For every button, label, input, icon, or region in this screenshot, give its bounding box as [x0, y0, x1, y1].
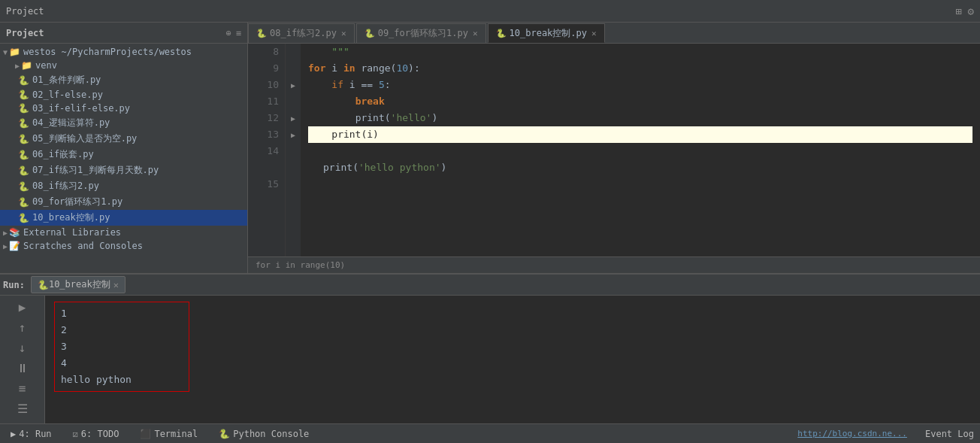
py-icon: 🐍 — [18, 118, 29, 129]
sidebar-item-label: 09_for循环练习1.py — [32, 196, 122, 208]
settings-icon[interactable]: ⚙ — [968, 5, 974, 17]
py-icon: 🐍 — [18, 75, 29, 86]
sidebar-menu-icon[interactable]: ≡ — [236, 28, 241, 38]
sidebar-item-label: 06_if嵌套.py — [32, 148, 94, 161]
run-align-button[interactable]: ≡ — [17, 380, 28, 397]
sidebar-project-label: Project — [6, 28, 44, 38]
code-line-11: break — [308, 93, 972, 110]
code-line-9: for i in range ( 10 ): — [308, 60, 972, 77]
output-box: 1 2 3 4 hello python — [54, 302, 189, 392]
sidebar-item-label: 01_条件判断.py — [32, 74, 101, 86]
title-icons: ⊞ ⚙ — [955, 5, 974, 17]
py-file-icon: 🐍 — [364, 29, 375, 38]
sidebar-item-06[interactable]: 🐍 06_if嵌套.py — [0, 147, 247, 162]
tab-10[interactable]: 🐍 10_break控制.py ✕ — [488, 23, 605, 43]
sidebar-tree: ▼ 📁 westos ~/PycharmProjects/westos ▶ 📁 … — [0, 44, 247, 273]
tab-label: 09_for循环练习1.py — [378, 27, 468, 40]
main-layout: Project ⊕ ≡ ▼ 📁 westos ~/PycharmProjects… — [0, 23, 980, 273]
extlib-icon: 📚 — [9, 227, 20, 238]
py-file-icon: 🐍 — [496, 29, 507, 38]
py-icon: 🐍 — [18, 90, 29, 100]
code-line-15: print ( 'hello python' ) — [308, 159, 972, 176]
py-icon: 🐍 — [18, 213, 29, 223]
sidebar-item-label: 10_break控制.py — [32, 211, 110, 224]
sidebar-item-westos[interactable]: ▼ 📁 westos ~/PycharmProjects/westos — [0, 45, 247, 59]
number-5: 5 — [379, 77, 385, 93]
python-console-icon: 🐍 — [219, 429, 230, 439]
sidebar-item-label: 04_逻辑运算符.py — [32, 117, 110, 129]
tab-close-icon[interactable]: ✕ — [341, 29, 346, 38]
code-line-10: if i == 5 : — [308, 77, 972, 93]
func-range: range — [361, 60, 390, 77]
output-line-hello: hello python — [61, 372, 183, 388]
sidebar-item-08[interactable]: 🐍 08_if练习2.py — [0, 178, 247, 194]
title-bar: Project ⊞ ⚙ — [0, 0, 980, 23]
sidebar-item-02[interactable]: 🐍 02_lf-else.py — [0, 88, 247, 102]
sidebar-item-label: westos ~/PycharmProjects/westos — [23, 47, 192, 57]
run-up-button[interactable]: ↑ — [17, 319, 28, 336]
sidebar-item-external-libraries[interactable]: ▶ 📚 External Libraries — [0, 226, 247, 239]
sidebar-item-07[interactable]: 🐍 07_if练习1_判断每月天数.py — [0, 162, 247, 178]
sidebar-item-venv[interactable]: ▶ 📁 venv — [0, 59, 247, 72]
new-window-icon[interactable]: ⊞ — [955, 5, 961, 17]
sidebar-item-05[interactable]: 🐍 05_判断输入是否为空.py — [0, 131, 247, 147]
output-line-4: 4 — [61, 355, 183, 372]
folder-icon: 📁 — [9, 47, 20, 57]
py-icon: 🐍 — [18, 181, 29, 192]
gutter-arrow: ▶ — [291, 81, 295, 90]
func-print: print — [355, 110, 385, 126]
sidebar-item-09[interactable]: 🐍 09_for循环练习1.py — [0, 194, 247, 210]
run-play-button[interactable]: ▶ — [17, 299, 28, 316]
run-label: Run: — [3, 280, 25, 290]
run-sidebar: ▶ ↑ ↓ ⏸ ≡ ☰ ■ 🗑 — [0, 296, 45, 423]
sidebar-item-03[interactable]: 🐍 03_if-elif-else.py — [0, 102, 247, 115]
sidebar-item-04[interactable]: 🐍 04_逻辑运算符.py — [0, 115, 247, 131]
code-editor[interactable]: """ for i in range ( 10 ): if — [301, 44, 980, 256]
string-hello: 'hello' — [391, 110, 432, 126]
editor-content[interactable]: 8 9 10 11 12 13 14 15 ▶ ▶ ▶ — [248, 44, 980, 256]
tab-close-icon[interactable]: ✕ — [591, 29, 597, 38]
tab-09[interactable]: 🐍 09_for循环练习1.py ✕ — [356, 23, 486, 43]
run-button[interactable]: ▶ 4: Run — [6, 427, 56, 441]
sidebar-add-icon[interactable]: ⊕ — [226, 28, 231, 38]
todo-button[interactable]: ☑ 6: TODO — [68, 427, 124, 441]
sidebar-item-scratches[interactable]: ▶ 📝 Scratches and Consoles — [0, 239, 247, 253]
todo-label: 6: TODO — [81, 429, 119, 439]
sidebar-item-label: 07_if练习1_判断每月天数.py — [32, 164, 159, 177]
output-line-2: 2 — [61, 322, 183, 338]
sidebar-item-label: External Libraries — [23, 227, 121, 238]
run-content: ▶ ↑ ↓ ⏸ ≡ ☰ ■ 🗑 1 2 3 4 hello python — [0, 296, 980, 423]
code-line-12: print ( 'hello' ) — [308, 110, 972, 126]
expand-arrow: ▶ — [3, 229, 8, 237]
py-icon: 🐍 — [18, 103, 29, 114]
sidebar-header: Project ⊕ ≡ — [0, 23, 247, 44]
func-print: print — [331, 126, 361, 143]
todo-icon: ☑ — [73, 429, 78, 439]
sidebar-item-10[interactable]: 🐍 10_break控制.py — [0, 210, 247, 226]
run-align2-button[interactable]: ☰ — [16, 400, 29, 417]
tab-close-icon[interactable]: ✕ — [473, 29, 478, 38]
sidebar-item-label: 08_if练习2.py — [32, 180, 99, 193]
run-tab-name: 10_break控制 — [49, 278, 110, 291]
terminal-button[interactable]: ⬛ Terminal — [135, 427, 202, 441]
sidebar-item-label: 02_lf-else.py — [32, 90, 103, 100]
csdn-url[interactable]: http://blog.csdn.ne... — [797, 429, 907, 438]
keyword-if: if — [331, 77, 343, 93]
terminal-label: Terminal — [154, 429, 198, 439]
run-down-button[interactable]: ↓ — [17, 339, 28, 357]
tab-08[interactable]: 🐍 08_if练习2.py ✕ — [248, 23, 355, 43]
python-console-button[interactable]: 🐍 Python Console — [214, 427, 313, 441]
py-icon: 🐍 — [18, 197, 29, 208]
run-pause-button[interactable]: ⏸ — [15, 360, 30, 377]
expand-arrow: ▼ — [3, 48, 8, 56]
run-tab-close[interactable]: ✕ — [113, 280, 119, 290]
number-10: 10 — [396, 60, 408, 77]
sidebar-item-01[interactable]: 🐍 01_条件判断.py — [0, 72, 247, 88]
project-title: Project — [6, 6, 44, 17]
tab-label: 10_break控制.py — [510, 27, 587, 40]
expand-arrow: ▶ — [15, 62, 20, 70]
run-output: 1 2 3 4 hello python — [45, 296, 980, 423]
run-tab-active[interactable]: 🐍 10_break控制 ✕ — [31, 276, 126, 293]
gutter-arrow: ▶ — [291, 114, 295, 123]
event-log-button[interactable]: Event Log — [925, 429, 974, 439]
